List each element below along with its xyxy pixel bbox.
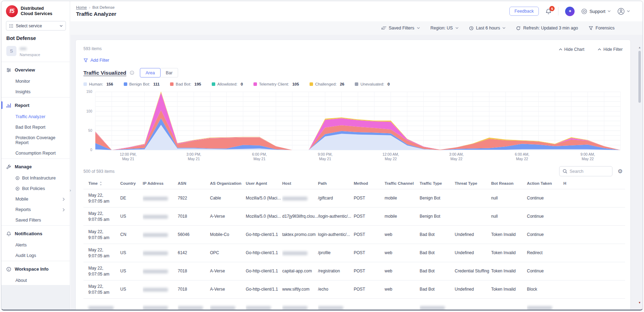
table-cell bbox=[354, 299, 385, 311]
table-row[interactable]: May 22, 9:07:05 amCN56046Mobile-CoGo-htt… bbox=[83, 226, 625, 244]
table-cell: US bbox=[120, 244, 143, 262]
column-header-traffic-channel[interactable]: Traffic Channel bbox=[385, 178, 420, 189]
sidebar-item-insights[interactable]: Insights bbox=[1, 87, 70, 97]
notifications-bell-button[interactable]: 5 bbox=[545, 8, 551, 14]
hide-chart-button[interactable]: Hide Chart bbox=[559, 47, 584, 52]
feedback-button[interactable]: Feedback bbox=[509, 7, 539, 16]
table-cell: 7018 bbox=[178, 208, 210, 226]
svg-text:3:00 PM,: 3:00 PM, bbox=[187, 152, 201, 156]
column-header-traffic-type[interactable]: Traffic Type bbox=[420, 178, 455, 189]
scroll-up-arrow[interactable]: ▲ bbox=[638, 45, 642, 49]
sidebar-item-traffic-analyzer[interactable]: Traffic Analyzer bbox=[1, 111, 70, 122]
time-range-dropdown[interactable]: Last 6 hours bbox=[469, 26, 506, 30]
legend-item-human[interactable]: Human: 156 bbox=[83, 82, 113, 86]
column-header-time[interactable]: Time bbox=[83, 178, 120, 189]
table-row[interactable]: May 22, 9:07:05 amUS7018A-VerseMozilla/5… bbox=[83, 208, 625, 226]
chevron-down-icon bbox=[502, 27, 506, 29]
table-row[interactable]: May 22, 9:07:05 amUS7018A-VerseGo-http-c… bbox=[83, 280, 625, 299]
sidebar-item-alerts[interactable]: Alerts bbox=[1, 240, 70, 250]
table-row[interactable] bbox=[83, 299, 625, 311]
info-icon[interactable] bbox=[130, 70, 134, 75]
sidebar-item-reports[interactable]: Reports bbox=[1, 204, 70, 215]
blurred-value bbox=[282, 306, 307, 310]
column-header-host[interactable]: Host bbox=[282, 178, 318, 189]
bar-toggle-button[interactable]: Bar bbox=[160, 68, 178, 77]
sidebar-item-audit-logs[interactable]: Audit Logs bbox=[1, 250, 70, 261]
chart-title[interactable]: Traffic Visualized bbox=[83, 70, 126, 76]
legend-item-bad-bot[interactable]: Bad Bot: 195 bbox=[170, 82, 201, 86]
column-label: IP Address bbox=[143, 181, 163, 185]
sidebar-section-report[interactable]: Report bbox=[1, 97, 70, 111]
column-header-h[interactable]: H bbox=[563, 178, 625, 189]
support-menu[interactable]: Support bbox=[581, 8, 611, 14]
table-cell: 7018 bbox=[178, 280, 210, 299]
legend-item-challenged[interactable]: Challenged: 26 bbox=[310, 82, 344, 86]
column-header-as-organization[interactable]: AS Organization bbox=[210, 178, 246, 189]
sidebar-section-workspace-info[interactable]: Workspace Info bbox=[1, 261, 70, 275]
chevron-down-icon bbox=[608, 10, 611, 12]
legend-label: Allowlisted: bbox=[217, 82, 239, 86]
refresh-button[interactable]: Refresh: Updated 3 min ago bbox=[516, 26, 578, 30]
add-filter-button[interactable]: Add Filter bbox=[83, 58, 109, 63]
sidebar-item-about[interactable]: About bbox=[1, 275, 70, 286]
saved-filters-dropdown[interactable]: Saved Filters bbox=[381, 26, 420, 30]
column-header-threat-type[interactable]: Threat Type bbox=[455, 178, 491, 189]
sidebar-collapse-toggle[interactable]: › bbox=[68, 186, 73, 195]
sidebar-item-label: Audit Logs bbox=[15, 253, 36, 258]
column-header-country[interactable]: Country bbox=[120, 178, 143, 189]
legend-item-benign-bot[interactable]: Benign Bot: 111 bbox=[124, 82, 160, 86]
region-dropdown[interactable]: Region: US bbox=[431, 26, 459, 30]
sidebar-item-bot-infrastructure[interactable]: Bot Infrastructure bbox=[1, 173, 70, 183]
table-cell: Token Invalid bbox=[491, 262, 527, 280]
blurred-value bbox=[178, 306, 203, 310]
sidebar-item-protection-coverage-report[interactable]: Protection Coverage Report bbox=[1, 133, 70, 148]
forensics-button[interactable]: Forensics bbox=[589, 26, 615, 30]
section-label: Report bbox=[15, 103, 29, 108]
column-header-bot-reason[interactable]: Bot Reason bbox=[491, 178, 527, 189]
vertical-scrollbar[interactable]: ▲ ▼ bbox=[638, 45, 642, 305]
sidebar-item-bot-policies[interactable]: Bot Policies bbox=[1, 183, 70, 194]
table-row[interactable]: May 22, 9:07:05 amUS6142OPCGo-http-clien… bbox=[83, 244, 625, 262]
sidebar-item-mobile[interactable]: Mobile bbox=[1, 194, 70, 204]
blurred-value bbox=[143, 251, 168, 255]
legend-item-unevaluated[interactable]: Unevaluated: 0 bbox=[355, 82, 389, 86]
table-cell: Go-http-client/1.1 bbox=[246, 226, 282, 244]
legend-item-telemetry-client[interactable]: Telemetry Client: 105 bbox=[253, 82, 299, 86]
cell-redacted bbox=[246, 299, 282, 311]
search-box[interactable] bbox=[559, 166, 612, 176]
sidebar-item-consumption-report[interactable]: Consumption Report bbox=[1, 148, 70, 158]
sidebar-section-overview[interactable]: Overview bbox=[1, 62, 70, 76]
legend-item-allowlisted[interactable]: Allowlisted: 0 bbox=[212, 82, 243, 86]
gear-icon[interactable]: ⚙ bbox=[618, 169, 623, 174]
area-toggle-button[interactable]: Area bbox=[140, 68, 160, 77]
column-header-ip-address[interactable]: IP Address bbox=[143, 178, 178, 189]
ai-assistant-button[interactable]: ✦ bbox=[565, 7, 575, 16]
column-header-path[interactable]: Path bbox=[318, 178, 354, 189]
select-service-label: Select service bbox=[16, 23, 57, 28]
account-menu[interactable] bbox=[617, 8, 630, 15]
hide-filter-button[interactable]: Hide Filter bbox=[598, 47, 623, 52]
table-row[interactable]: May 22, 9:07:05 amUS7018A-VerseGo-http-c… bbox=[83, 262, 625, 280]
namespace-selector[interactable]: S Namespace bbox=[1, 45, 70, 62]
sidebar-item-monitor[interactable]: Monitor bbox=[1, 76, 70, 87]
manage-icon bbox=[6, 164, 11, 169]
column-header-user-agent[interactable]: User Agent bbox=[246, 178, 282, 189]
column-header-method[interactable]: Method bbox=[354, 178, 385, 189]
sidebar-item-saved-filters[interactable]: Saved Filters bbox=[1, 215, 70, 225]
sort-icon[interactable] bbox=[100, 182, 102, 185]
select-service-dropdown[interactable]: Select service bbox=[6, 21, 66, 30]
filter-lines-icon bbox=[381, 26, 386, 30]
search-input[interactable] bbox=[570, 169, 609, 174]
sidebar-item-bad-bot-report[interactable]: Bad Bot Report bbox=[1, 122, 70, 133]
column-header-action-taken[interactable]: Action Taken bbox=[527, 178, 563, 189]
scroll-down-arrow[interactable]: ▼ bbox=[638, 300, 642, 305]
cell-redacted bbox=[210, 299, 246, 311]
sidebar-item-label: Monitor bbox=[15, 79, 30, 84]
table-row[interactable]: May 22, 9:07:05 amDE7922CableMozilla/5.0… bbox=[83, 189, 625, 208]
scrollbar-thumb[interactable] bbox=[638, 51, 641, 103]
sidebar-section-notifications[interactable]: Notifications bbox=[1, 226, 70, 240]
sidebar-section-manage[interactable]: Manage bbox=[1, 159, 70, 173]
column-header-asn[interactable]: ASN bbox=[178, 178, 210, 189]
breadcrumb-home-link[interactable]: Home bbox=[76, 5, 87, 9]
stacked-area-chart: 05010015012:00 PM,May 213:00 PM,May 216:… bbox=[83, 89, 623, 163]
